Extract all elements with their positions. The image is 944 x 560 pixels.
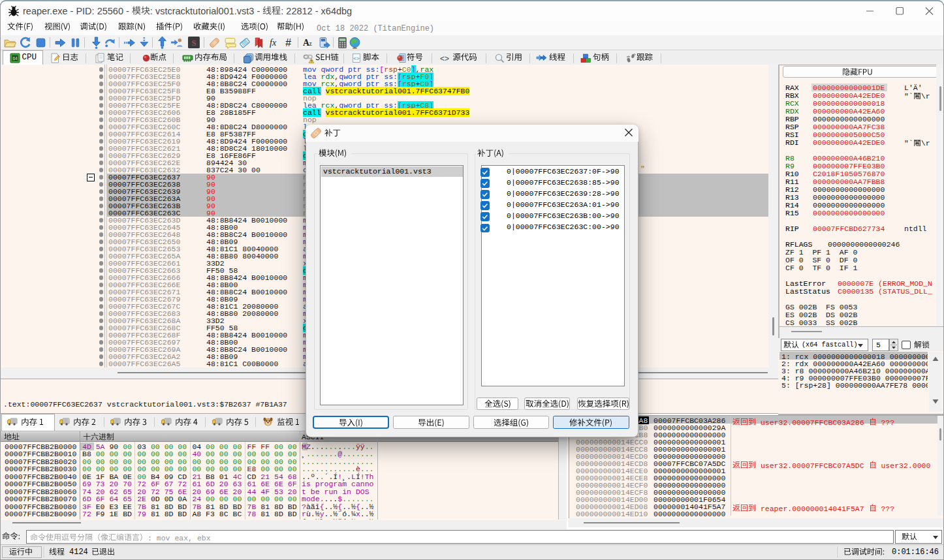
svg-text:<>: <> — [353, 55, 360, 61]
svg-text:z: z — [309, 40, 312, 46]
svg-text:S: S — [191, 38, 196, 47]
svg-text:#: # — [285, 37, 291, 48]
svg-text:<>: <> — [440, 54, 449, 63]
svg-text:fx: fx — [270, 37, 277, 47]
svg-text:64: 64 — [12, 56, 18, 61]
